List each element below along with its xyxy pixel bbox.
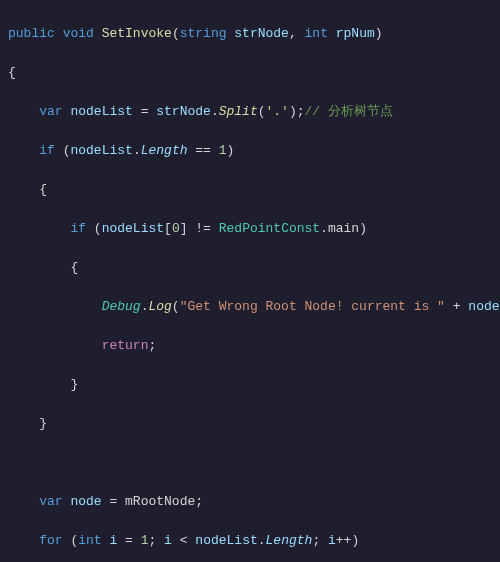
code-line: Debug.Log("Get Wrong Root Node! current …: [8, 297, 492, 317]
code-line: return;: [8, 336, 492, 356]
code-line: {: [8, 258, 492, 278]
code-line: if (nodeList.Length == 1): [8, 141, 492, 161]
keyword-public: public: [8, 26, 55, 41]
code-line: {: [8, 63, 492, 83]
code-line: var nodeList = strNode.Split('.');// 分析树…: [8, 102, 492, 122]
param-strnode: strNode: [234, 26, 289, 41]
code-line: for (int i = 1; i < nodeList.Length; i++…: [8, 531, 492, 551]
code-line: }: [8, 375, 492, 395]
code-line: if (nodeList[0] != RedPointConst.main): [8, 219, 492, 239]
comment: // 分析树节点: [305, 104, 393, 119]
code-line: {: [8, 180, 492, 200]
method-name: SetInvoke: [102, 26, 172, 41]
code-line: [8, 453, 492, 473]
param-rpnum: rpNum: [336, 26, 375, 41]
type-string: string: [180, 26, 227, 41]
code-line: public void SetInvoke(string strNode, in…: [8, 24, 492, 44]
code-line: }: [8, 414, 492, 434]
type-int: int: [305, 26, 328, 41]
keyword-void: void: [63, 26, 94, 41]
code-editor[interactable]: public void SetInvoke(string strNode, in…: [0, 0, 500, 562]
code-line: var node = mRootNode;: [8, 492, 492, 512]
